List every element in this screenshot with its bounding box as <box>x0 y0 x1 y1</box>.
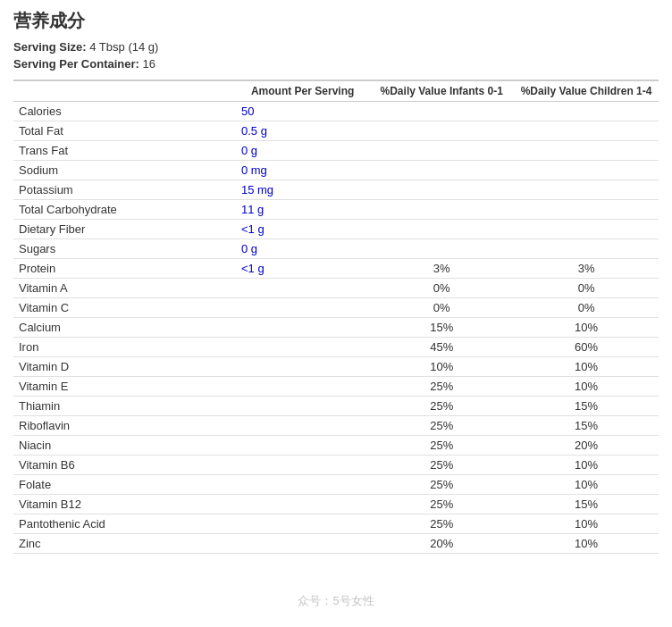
nutrient-name: Vitamin B6 <box>13 456 236 475</box>
daily-value-children: 10% <box>514 534 659 554</box>
daily-value-children: 10% <box>514 514 659 534</box>
nutrient-amount: 15 mg <box>236 180 369 200</box>
table-row: Trans Fat0 g <box>13 141 659 161</box>
serving-size-label: Serving Size: <box>13 40 87 54</box>
daily-value-children: 10% <box>514 357 659 377</box>
daily-value-infants <box>369 200 514 220</box>
table-row: Riboflavin25%15% <box>13 416 659 436</box>
col-daily-infants: %Daily Value Infants 0-1 <box>369 80 514 102</box>
table-row: Vitamin D10%10% <box>13 357 659 377</box>
nutrient-name: Folate <box>13 475 236 495</box>
nutrient-amount <box>236 495 369 514</box>
nutrient-amount: <1 g <box>236 220 369 239</box>
table-row: Iron45%60% <box>13 338 659 357</box>
nutrient-amount <box>236 279 369 298</box>
nutrient-amount <box>236 436 369 456</box>
nutrient-amount <box>236 534 369 554</box>
table-row: Total Fat0.5 g <box>13 121 659 141</box>
nutrient-amount <box>236 416 369 436</box>
daily-value-children: 0% <box>514 298 659 318</box>
daily-value-infants: 10% <box>369 357 514 377</box>
daily-value-children: 10% <box>514 377 659 397</box>
serving-per-container-row: Serving Per Container: 16 <box>13 57 659 71</box>
nutrient-name: Niacin <box>13 436 236 456</box>
daily-value-children <box>514 200 659 220</box>
nutrient-amount: 50 <box>236 102 369 121</box>
daily-value-children <box>514 121 659 141</box>
page-title: 营养成分 <box>13 9 659 33</box>
daily-value-infants: 25% <box>369 514 514 534</box>
serving-size-row: Serving Size: 4 Tbsp (14 g) <box>13 40 659 54</box>
daily-value-children: 15% <box>514 416 659 436</box>
nutrient-amount: 0.5 g <box>236 121 369 141</box>
daily-value-infants <box>369 141 514 161</box>
daily-value-infants: 25% <box>369 416 514 436</box>
nutrient-amount <box>236 357 369 377</box>
table-row: Niacin25%20% <box>13 436 659 456</box>
nutrient-name: Vitamin E <box>13 377 236 397</box>
nutrient-name: Vitamin A <box>13 279 236 298</box>
daily-value-children: 3% <box>514 259 659 279</box>
nutrient-amount <box>236 456 369 475</box>
daily-value-infants <box>369 102 514 121</box>
daily-value-infants <box>369 239 514 259</box>
nutrient-name: Sugars <box>13 239 236 259</box>
daily-value-children <box>514 180 659 200</box>
nutrient-name: Pantothenic Acid <box>13 514 236 534</box>
table-row: Thiamin25%15% <box>13 397 659 416</box>
table-row: Total Carbohydrate11 g <box>13 200 659 220</box>
table-row: Vitamin B625%10% <box>13 456 659 475</box>
daily-value-infants: 20% <box>369 534 514 554</box>
daily-value-infants: 25% <box>369 377 514 397</box>
daily-value-infants: 15% <box>369 318 514 338</box>
daily-value-infants: 25% <box>369 436 514 456</box>
daily-value-infants: 25% <box>369 397 514 416</box>
nutrient-name: Potassium <box>13 180 236 200</box>
daily-value-infants <box>369 121 514 141</box>
daily-value-children <box>514 239 659 259</box>
table-row: Calories50 <box>13 102 659 121</box>
col-nutrient <box>13 80 236 102</box>
serving-per-container-label: Serving Per Container: <box>13 57 139 71</box>
nutrient-amount <box>236 514 369 534</box>
daily-value-children <box>514 220 659 239</box>
table-row: Vitamin E25%10% <box>13 377 659 397</box>
table-row: Sugars0 g <box>13 239 659 259</box>
daily-value-children: 10% <box>514 318 659 338</box>
nutrient-name: Sodium <box>13 161 236 180</box>
daily-value-infants <box>369 161 514 180</box>
nutrient-name: Thiamin <box>13 397 236 416</box>
nutrient-name: Trans Fat <box>13 141 236 161</box>
nutrient-name: Dietary Fiber <box>13 220 236 239</box>
col-daily-children: %Daily Value Children 1-4 <box>514 80 659 102</box>
nutrient-name: Vitamin B12 <box>13 495 236 514</box>
daily-value-infants: 25% <box>369 495 514 514</box>
table-row: Vitamin A0%0% <box>13 279 659 298</box>
daily-value-infants <box>369 180 514 200</box>
daily-value-children: 20% <box>514 436 659 456</box>
table-row: Calcium15%10% <box>13 318 659 338</box>
table-row: Folate25%10% <box>13 475 659 495</box>
nutrient-name: Vitamin D <box>13 357 236 377</box>
table-row: Potassium15 mg <box>13 180 659 200</box>
daily-value-infants: 25% <box>369 456 514 475</box>
daily-value-children: 10% <box>514 475 659 495</box>
daily-value-children <box>514 102 659 121</box>
daily-value-children <box>514 141 659 161</box>
nutrient-name: Riboflavin <box>13 416 236 436</box>
nutrient-amount <box>236 318 369 338</box>
table-row: Protein<1 g3%3% <box>13 259 659 279</box>
daily-value-children: 10% <box>514 456 659 475</box>
nutrition-rows: Calories50Total Fat0.5 gTrans Fat0 gSodi… <box>13 102 659 554</box>
daily-value-infants: 25% <box>369 475 514 495</box>
table-row: Vitamin C0%0% <box>13 298 659 318</box>
table-row: Pantothenic Acid25%10% <box>13 514 659 534</box>
daily-value-infants: 0% <box>369 298 514 318</box>
nutrient-amount <box>236 377 369 397</box>
table-row: Sodium0 mg <box>13 161 659 180</box>
nutrient-amount <box>236 397 369 416</box>
daily-value-children: 0% <box>514 279 659 298</box>
nutrient-amount: <1 g <box>236 259 369 279</box>
table-row: Dietary Fiber<1 g <box>13 220 659 239</box>
nutrient-amount <box>236 338 369 357</box>
